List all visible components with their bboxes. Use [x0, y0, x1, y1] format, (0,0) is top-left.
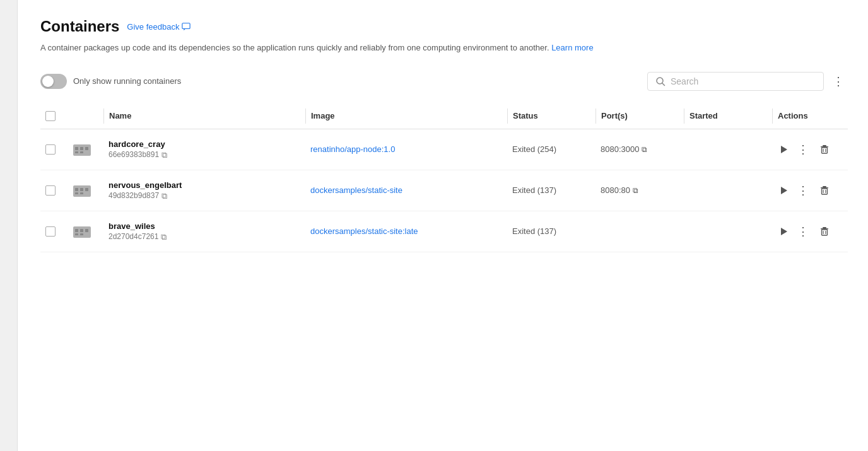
row-started-cell	[684, 229, 772, 234]
port-cell: 8080:80 ⧉	[601, 185, 638, 195]
more-options-button[interactable]: ⋮	[829, 72, 848, 91]
container-icon	[71, 179, 93, 202]
header-row: Containers Give feedback	[40, 18, 848, 35]
image-link[interactable]: dockersamples/static-site	[310, 185, 402, 195]
table-row: nervous_engelbart 49d832b9d837 ⧉ dockers…	[40, 170, 848, 211]
col-header-icon	[66, 108, 103, 124]
row-actions-cell: ⋮	[772, 220, 848, 243]
copy-id-icon[interactable]: ⧉	[161, 233, 167, 241]
more-row-options-button[interactable]: ⋮	[794, 222, 813, 241]
table-row: brave_wiles 2d270d4c7261 ⧉ dockersamples…	[40, 211, 848, 252]
svg-rect-0	[182, 23, 190, 29]
more-row-options-button[interactable]: ⋮	[794, 181, 813, 200]
row-name-cell: brave_wiles 2d270d4c7261 ⧉	[103, 219, 305, 243]
container-id: 66e69383b891	[108, 150, 159, 159]
row-icon-cell	[66, 136, 103, 163]
col-header-image: Image	[305, 108, 507, 124]
toggle-track	[40, 74, 67, 89]
dots-icon: ⋮	[797, 225, 809, 238]
row-status-cell: Exited (254)	[507, 142, 595, 156]
container-name: brave_wiles	[108, 221, 167, 231]
svg-rect-7	[75, 151, 78, 153]
play-icon	[781, 146, 787, 153]
containers-table: Name Image Status Port(s) Started Action…	[40, 103, 848, 252]
table-header: Name Image Status Port(s) Started Action…	[40, 103, 848, 129]
svg-rect-30	[80, 233, 83, 235]
svg-rect-31	[823, 227, 826, 228]
container-name-block: hardcore_cray 66e69383b891 ⧉	[108, 139, 167, 159]
trash-icon	[819, 185, 830, 196]
toolbar-right: ⋮	[647, 72, 848, 91]
row-checkbox-cell	[40, 224, 66, 239]
col-header-checkbox	[40, 108, 66, 124]
svg-line-2	[662, 83, 665, 86]
more-options-icon: ⋮	[833, 74, 844, 88]
row-icon-cell	[66, 177, 103, 204]
copy-id-icon[interactable]: ⧉	[161, 151, 167, 159]
svg-rect-29	[75, 233, 78, 235]
search-icon	[655, 76, 666, 86]
row-status-cell: Exited (137)	[507, 183, 595, 197]
image-link[interactable]: renatinho/app-node:1.0	[310, 144, 395, 154]
svg-rect-32	[821, 228, 828, 230]
copy-id-icon[interactable]: ⧉	[161, 192, 167, 200]
start-button[interactable]	[777, 143, 791, 156]
svg-rect-11	[822, 148, 828, 153]
svg-rect-9	[823, 145, 826, 146]
row-ports-cell: 8080:80 ⧉	[595, 183, 684, 197]
svg-rect-27	[80, 229, 83, 232]
play-icon	[781, 228, 787, 235]
row-checkbox-cell	[40, 183, 66, 198]
delete-button[interactable]	[816, 224, 833, 239]
delete-button[interactable]	[816, 183, 833, 198]
container-name-block: nervous_engelbart 49d832b9d837 ⧉	[108, 180, 182, 200]
container-id-row: 66e69383b891 ⧉	[108, 150, 167, 159]
container-name-block: brave_wiles 2d270d4c7261 ⧉	[108, 221, 167, 241]
col-header-actions: Actions	[772, 108, 848, 124]
svg-rect-10	[821, 146, 828, 148]
container-id-row: 49d832b9d837 ⧉	[108, 191, 182, 200]
status-text: Exited (254)	[512, 144, 556, 154]
row-ports-cell	[595, 229, 684, 234]
dots-icon: ⋮	[797, 143, 809, 156]
image-link[interactable]: dockersamples/static-site:late	[310, 226, 418, 236]
more-row-options-button[interactable]: ⋮	[794, 140, 813, 159]
row-actions-cell: ⋮	[772, 138, 848, 161]
delete-button[interactable]	[816, 142, 833, 157]
container-name: hardcore_cray	[108, 139, 167, 149]
col-header-started: Started	[684, 108, 772, 124]
col-header-status: Status	[507, 108, 595, 124]
row-image-cell: renatinho/app-node:1.0	[305, 142, 507, 156]
toggle-label: Only show running containers	[73, 76, 181, 86]
select-all-checkbox[interactable]	[45, 111, 56, 121]
svg-rect-6	[85, 147, 88, 150]
status-text: Exited (137)	[512, 185, 556, 195]
running-containers-toggle[interactable]	[40, 74, 67, 89]
learn-more-link[interactable]: Learn more	[551, 43, 593, 52]
svg-rect-33	[822, 230, 828, 235]
row-checkbox[interactable]	[45, 226, 56, 237]
row-checkbox[interactable]	[45, 144, 56, 155]
start-button[interactable]	[777, 225, 791, 238]
docker-container-icon	[71, 220, 93, 243]
play-icon	[781, 187, 787, 194]
row-image-cell: dockersamples/static-site	[305, 183, 507, 197]
external-link-icon[interactable]: ⧉	[642, 145, 647, 154]
left-sidebar-bar	[0, 0, 18, 451]
table-row: hardcore_cray 66e69383b891 ⧉ renatinho/a…	[40, 129, 848, 170]
search-input[interactable]	[671, 76, 816, 86]
external-link-icon[interactable]: ⧉	[633, 186, 638, 195]
feedback-link[interactable]: Give feedback	[127, 22, 191, 32]
svg-rect-21	[821, 187, 828, 189]
row-checkbox[interactable]	[45, 185, 56, 196]
row-started-cell	[684, 147, 772, 152]
start-button[interactable]	[777, 184, 791, 197]
subtitle: A container packages up code and its dep…	[40, 42, 848, 54]
row-ports-cell: 8080:3000 ⧉	[595, 142, 684, 156]
container-icon	[71, 138, 93, 161]
row-status-cell: Exited (137)	[507, 224, 595, 238]
feedback-label: Give feedback	[127, 22, 179, 32]
container-icon	[71, 220, 93, 243]
port-value: 8080:80	[601, 185, 630, 195]
dots-icon: ⋮	[797, 184, 809, 197]
